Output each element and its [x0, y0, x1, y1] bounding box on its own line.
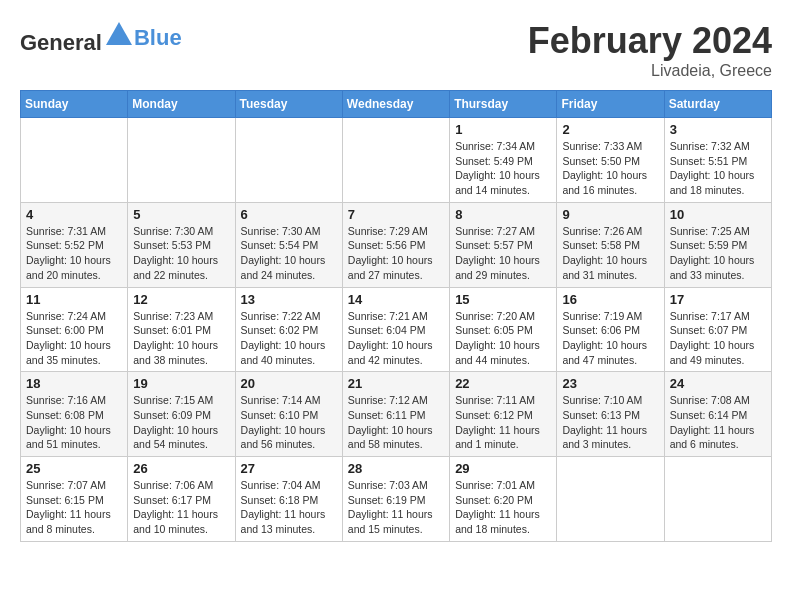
day-number: 19 [133, 376, 229, 391]
day-number: 18 [26, 376, 122, 391]
calendar-cell: 4Sunrise: 7:31 AM Sunset: 5:52 PM Daylig… [21, 202, 128, 287]
calendar-cell: 13Sunrise: 7:22 AM Sunset: 6:02 PM Dayli… [235, 287, 342, 372]
calendar-cell: 16Sunrise: 7:19 AM Sunset: 6:06 PM Dayli… [557, 287, 664, 372]
day-info: Sunrise: 7:17 AM Sunset: 6:07 PM Dayligh… [670, 309, 766, 368]
week-row-2: 4Sunrise: 7:31 AM Sunset: 5:52 PM Daylig… [21, 202, 772, 287]
calendar-cell: 25Sunrise: 7:07 AM Sunset: 6:15 PM Dayli… [21, 457, 128, 542]
header-day-saturday: Saturday [664, 91, 771, 118]
calendar-cell: 21Sunrise: 7:12 AM Sunset: 6:11 PM Dayli… [342, 372, 449, 457]
calendar-cell: 8Sunrise: 7:27 AM Sunset: 5:57 PM Daylig… [450, 202, 557, 287]
day-number: 21 [348, 376, 444, 391]
calendar-cell: 12Sunrise: 7:23 AM Sunset: 6:01 PM Dayli… [128, 287, 235, 372]
day-info: Sunrise: 7:32 AM Sunset: 5:51 PM Dayligh… [670, 139, 766, 198]
day-info: Sunrise: 7:03 AM Sunset: 6:19 PM Dayligh… [348, 478, 444, 537]
day-info: Sunrise: 7:20 AM Sunset: 6:05 PM Dayligh… [455, 309, 551, 368]
calendar-cell: 6Sunrise: 7:30 AM Sunset: 5:54 PM Daylig… [235, 202, 342, 287]
header-day-sunday: Sunday [21, 91, 128, 118]
day-info: Sunrise: 7:30 AM Sunset: 5:53 PM Dayligh… [133, 224, 229, 283]
logo-icon [104, 20, 134, 50]
day-info: Sunrise: 7:21 AM Sunset: 6:04 PM Dayligh… [348, 309, 444, 368]
calendar-cell: 28Sunrise: 7:03 AM Sunset: 6:19 PM Dayli… [342, 457, 449, 542]
calendar-cell: 10Sunrise: 7:25 AM Sunset: 5:59 PM Dayli… [664, 202, 771, 287]
calendar-cell [342, 118, 449, 203]
week-row-3: 11Sunrise: 7:24 AM Sunset: 6:00 PM Dayli… [21, 287, 772, 372]
calendar-cell: 11Sunrise: 7:24 AM Sunset: 6:00 PM Dayli… [21, 287, 128, 372]
calendar-cell: 23Sunrise: 7:10 AM Sunset: 6:13 PM Dayli… [557, 372, 664, 457]
day-info: Sunrise: 7:30 AM Sunset: 5:54 PM Dayligh… [241, 224, 337, 283]
day-number: 25 [26, 461, 122, 476]
calendar-cell: 24Sunrise: 7:08 AM Sunset: 6:14 PM Dayli… [664, 372, 771, 457]
month-title: February 2024 [528, 20, 772, 62]
calendar-cell: 27Sunrise: 7:04 AM Sunset: 6:18 PM Dayli… [235, 457, 342, 542]
location-subtitle: Livadeia, Greece [528, 62, 772, 80]
header-day-tuesday: Tuesday [235, 91, 342, 118]
calendar-cell: 7Sunrise: 7:29 AM Sunset: 5:56 PM Daylig… [342, 202, 449, 287]
day-info: Sunrise: 7:24 AM Sunset: 6:00 PM Dayligh… [26, 309, 122, 368]
day-info: Sunrise: 7:25 AM Sunset: 5:59 PM Dayligh… [670, 224, 766, 283]
calendar-cell: 5Sunrise: 7:30 AM Sunset: 5:53 PM Daylig… [128, 202, 235, 287]
day-info: Sunrise: 7:33 AM Sunset: 5:50 PM Dayligh… [562, 139, 658, 198]
title-section: February 2024 Livadeia, Greece [528, 20, 772, 80]
calendar-cell [664, 457, 771, 542]
day-number: 16 [562, 292, 658, 307]
day-number: 29 [455, 461, 551, 476]
header-day-thursday: Thursday [450, 91, 557, 118]
calendar-cell [21, 118, 128, 203]
day-info: Sunrise: 7:07 AM Sunset: 6:15 PM Dayligh… [26, 478, 122, 537]
day-number: 27 [241, 461, 337, 476]
svg-marker-0 [106, 22, 132, 45]
day-info: Sunrise: 7:01 AM Sunset: 6:20 PM Dayligh… [455, 478, 551, 537]
day-number: 23 [562, 376, 658, 391]
day-number: 26 [133, 461, 229, 476]
day-number: 20 [241, 376, 337, 391]
day-number: 1 [455, 122, 551, 137]
calendar-cell: 1Sunrise: 7:34 AM Sunset: 5:49 PM Daylig… [450, 118, 557, 203]
calendar-cell [557, 457, 664, 542]
calendar-cell [235, 118, 342, 203]
day-info: Sunrise: 7:06 AM Sunset: 6:17 PM Dayligh… [133, 478, 229, 537]
day-info: Sunrise: 7:34 AM Sunset: 5:49 PM Dayligh… [455, 139, 551, 198]
day-number: 9 [562, 207, 658, 222]
logo-text-general: General [20, 30, 102, 55]
calendar-cell: 9Sunrise: 7:26 AM Sunset: 5:58 PM Daylig… [557, 202, 664, 287]
calendar-cell: 29Sunrise: 7:01 AM Sunset: 6:20 PM Dayli… [450, 457, 557, 542]
day-number: 5 [133, 207, 229, 222]
day-info: Sunrise: 7:14 AM Sunset: 6:10 PM Dayligh… [241, 393, 337, 452]
day-info: Sunrise: 7:15 AM Sunset: 6:09 PM Dayligh… [133, 393, 229, 452]
day-info: Sunrise: 7:27 AM Sunset: 5:57 PM Dayligh… [455, 224, 551, 283]
day-number: 3 [670, 122, 766, 137]
day-info: Sunrise: 7:16 AM Sunset: 6:08 PM Dayligh… [26, 393, 122, 452]
day-info: Sunrise: 7:22 AM Sunset: 6:02 PM Dayligh… [241, 309, 337, 368]
day-number: 4 [26, 207, 122, 222]
day-info: Sunrise: 7:08 AM Sunset: 6:14 PM Dayligh… [670, 393, 766, 452]
header-day-friday: Friday [557, 91, 664, 118]
day-info: Sunrise: 7:31 AM Sunset: 5:52 PM Dayligh… [26, 224, 122, 283]
day-info: Sunrise: 7:23 AM Sunset: 6:01 PM Dayligh… [133, 309, 229, 368]
day-number: 8 [455, 207, 551, 222]
day-number: 22 [455, 376, 551, 391]
header-row: SundayMondayTuesdayWednesdayThursdayFrid… [21, 91, 772, 118]
header-day-monday: Monday [128, 91, 235, 118]
day-info: Sunrise: 7:10 AM Sunset: 6:13 PM Dayligh… [562, 393, 658, 452]
day-info: Sunrise: 7:11 AM Sunset: 6:12 PM Dayligh… [455, 393, 551, 452]
day-number: 24 [670, 376, 766, 391]
day-number: 28 [348, 461, 444, 476]
calendar-cell: 15Sunrise: 7:20 AM Sunset: 6:05 PM Dayli… [450, 287, 557, 372]
calendar-cell: 19Sunrise: 7:15 AM Sunset: 6:09 PM Dayli… [128, 372, 235, 457]
day-number: 2 [562, 122, 658, 137]
header: General Blue February 2024 Livadeia, Gre… [20, 20, 772, 80]
calendar: SundayMondayTuesdayWednesdayThursdayFrid… [20, 90, 772, 542]
day-info: Sunrise: 7:29 AM Sunset: 5:56 PM Dayligh… [348, 224, 444, 283]
day-number: 14 [348, 292, 444, 307]
calendar-cell: 20Sunrise: 7:14 AM Sunset: 6:10 PM Dayli… [235, 372, 342, 457]
day-number: 10 [670, 207, 766, 222]
logo-text-blue: Blue [134, 25, 182, 50]
calendar-body: 1Sunrise: 7:34 AM Sunset: 5:49 PM Daylig… [21, 118, 772, 542]
calendar-cell: 22Sunrise: 7:11 AM Sunset: 6:12 PM Dayli… [450, 372, 557, 457]
day-number: 13 [241, 292, 337, 307]
day-number: 15 [455, 292, 551, 307]
calendar-header: SundayMondayTuesdayWednesdayThursdayFrid… [21, 91, 772, 118]
logo: General Blue [20, 20, 182, 56]
calendar-cell: 26Sunrise: 7:06 AM Sunset: 6:17 PM Dayli… [128, 457, 235, 542]
header-day-wednesday: Wednesday [342, 91, 449, 118]
